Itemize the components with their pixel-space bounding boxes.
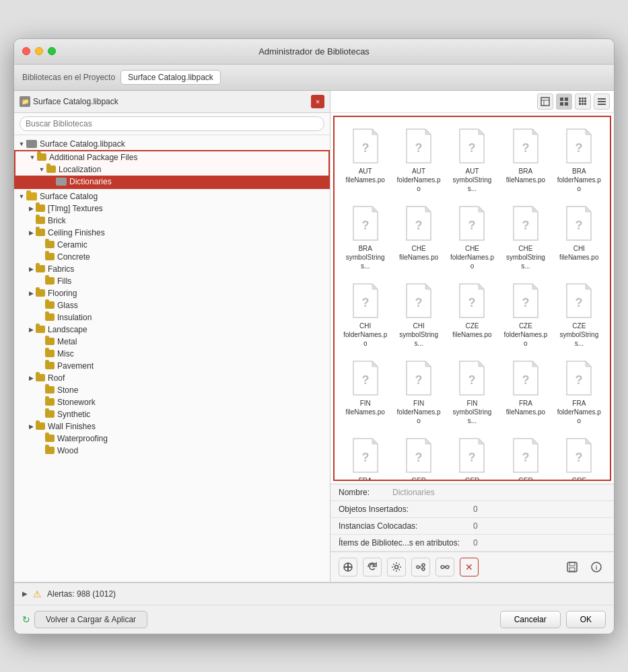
- tree-item-stonework[interactable]: Stonework: [14, 396, 330, 408]
- svg-rect-16: [598, 98, 606, 100]
- add-component-icon[interactable]: [339, 558, 357, 576]
- delete-icon[interactable]: ✕: [460, 558, 479, 576]
- file-item[interactable]: ? FRA fileNames.po: [500, 354, 551, 429]
- tree-item-waterproofing[interactable]: Waterproofing: [14, 433, 330, 445]
- file-item[interactable]: ? FIN fileNames.po: [340, 354, 390, 429]
- list-view-button[interactable]: [556, 94, 572, 110]
- tree-item-synthetic[interactable]: Synthetic: [14, 408, 330, 420]
- file-name: CHI symbolStrings...: [396, 322, 441, 348]
- tree-item-dictionaries[interactable]: Dictionaries: [14, 176, 330, 189]
- file-item[interactable]: ? AUT folderNames.po: [393, 122, 444, 197]
- file-item[interactable]: ? GER folderNames.po: [447, 432, 497, 481]
- tree-item-concrete[interactable]: Concrete: [14, 251, 330, 263]
- close-button[interactable]: [22, 47, 30, 55]
- refresh-icon[interactable]: [363, 558, 382, 576]
- link-icon[interactable]: [435, 558, 454, 576]
- tree-item-roof[interactable]: ▶ Roof: [14, 372, 330, 384]
- svg-text:?: ?: [361, 296, 369, 309]
- file-item[interactable]: ? CZE symbolStrings...: [554, 277, 604, 352]
- file-item[interactable]: ? CHE fileNames.po: [393, 200, 444, 274]
- tree-item-flooring[interactable]: ▶ Flooring: [14, 287, 330, 299]
- svg-marker-26: [479, 129, 484, 135]
- svg-marker-92: [586, 439, 591, 444]
- svg-text:?: ?: [522, 296, 529, 309]
- lib-expand-button[interactable]: ×: [311, 95, 324, 108]
- settings-icon[interactable]: [387, 558, 406, 576]
- titlebar: Administrador de Bibliotecas: [14, 39, 614, 65]
- catalog-button[interactable]: Surface Catalog.libpack: [120, 70, 221, 85]
- file-item[interactable]: ? GRE fileNames.po: [554, 432, 604, 481]
- svg-marker-50: [372, 284, 378, 289]
- tree-item-misc[interactable]: Misc: [14, 348, 330, 360]
- info-panel: Nombre: Dictionaries Objetos Insertados:…: [330, 484, 614, 582]
- reload-button[interactable]: Volver a Cargar & Aplicar: [34, 611, 147, 628]
- tree-item-surface-catalog-2[interactable]: ▼ Surface Catalog: [14, 190, 330, 202]
- tree-container[interactable]: ▼ Surface Catalog.libpack ▼ Additional P…: [14, 135, 330, 582]
- tree-item-metal[interactable]: Metal: [14, 336, 330, 348]
- search-input[interactable]: [20, 116, 324, 131]
- tree-label: Surface Catalog.libpack: [40, 139, 125, 149]
- reload-icon: ↻: [22, 614, 30, 625]
- file-item[interactable]: ? CZE folderNames.po: [500, 277, 551, 352]
- tree-item-wall-finishes[interactable]: ▶ Wall Finishes: [14, 420, 330, 433]
- file-name: FIN symbolStrings...: [450, 399, 495, 425]
- detail-view-button[interactable]: [594, 94, 610, 110]
- file-item[interactable]: ? FRA folderNames.po: [554, 354, 604, 429]
- svg-point-148: [422, 568, 425, 570]
- tree-item-landscape[interactable]: ▶ Landscape: [14, 324, 330, 336]
- ok-button[interactable]: OK: [566, 611, 606, 628]
- tree-item-insulation[interactable]: Insulation: [14, 311, 330, 324]
- file-item[interactable]: ? FIN symbolStrings...: [447, 354, 497, 429]
- file-item[interactable]: ? BRA symbolStrings...: [340, 200, 390, 274]
- tree-item-glass[interactable]: Glass: [14, 299, 330, 311]
- tree-label: Pavement: [57, 361, 94, 371]
- file-item[interactable]: ? FRA symbolStrings...: [340, 432, 390, 481]
- file-item[interactable]: ? FIN folderNames.po: [393, 354, 444, 429]
- tree-item-localization[interactable]: ▼ Localization: [14, 163, 330, 176]
- file-item[interactable]: ? CHE symbolStrings...: [500, 200, 551, 274]
- file-item[interactable]: ? CZE fileNames.po: [447, 277, 497, 352]
- right-panel: ? AUT fileNames.po ? AUT folderNames.po …: [330, 91, 614, 582]
- alerts-row[interactable]: ▶ ⚠ Alertas: 988 (1012): [14, 583, 614, 605]
- objetos-row: Objetos Insertados: 0: [330, 501, 614, 518]
- folder-icon: [45, 277, 55, 285]
- tree-item-fabrics[interactable]: ▶ Fabrics: [14, 263, 330, 275]
- file-item[interactable]: ? CHI symbolStrings...: [393, 277, 444, 352]
- grid-view-button[interactable]: [575, 94, 591, 110]
- file-item[interactable]: ? BRA fileNames.po: [500, 122, 551, 197]
- tree-label: [Tlmg] Textures: [48, 204, 103, 213]
- left-panel: 📁 Surface Catalog.libpack × ▼ Surface Ca…: [14, 91, 330, 582]
- save-icon[interactable]: [563, 558, 582, 576]
- cancel-button[interactable]: Cancelar: [500, 611, 561, 628]
- file-item[interactable]: ? CHI folderNames.po: [340, 277, 390, 352]
- tree-item-fills[interactable]: Fills: [14, 275, 330, 287]
- folder-view-button[interactable]: [537, 94, 553, 110]
- tree-item-additional-pkg[interactable]: ▼ Additional Package Files: [14, 150, 330, 163]
- file-item[interactable]: ? AUT symbolStrings...: [447, 122, 497, 197]
- file-item[interactable]: ? CHI fileNames.po: [554, 200, 604, 274]
- file-item[interactable]: ? AUT fileNames.po: [340, 122, 390, 197]
- tree-item-brick[interactable]: Brick: [14, 215, 330, 227]
- file-item[interactable]: ? GER fileNames.po: [393, 432, 444, 481]
- tree-item-pavement[interactable]: Pavement: [14, 360, 330, 372]
- minimize-button[interactable]: [35, 47, 43, 55]
- tree-item-surface-catalog[interactable]: ▼ Surface Catalog.libpack: [14, 138, 330, 150]
- svg-text:?: ?: [361, 141, 369, 155]
- tree-item-stone[interactable]: Stone: [14, 384, 330, 396]
- file-grid[interactable]: ? AUT fileNames.po ? AUT folderNames.po …: [333, 116, 611, 481]
- folder-icon: [36, 326, 45, 333]
- tree-item-wood[interactable]: Wood: [14, 445, 330, 457]
- tree-item-ceramic[interactable]: Ceramic: [14, 239, 330, 251]
- group-icon[interactable]: [411, 558, 430, 576]
- lib-folder-icon: [26, 140, 37, 148]
- file-item[interactable]: ? CHE folderNames.po: [447, 200, 497, 274]
- info-icon[interactable]: i: [587, 558, 606, 576]
- folder-icon: [45, 241, 55, 248]
- tree-item-textures[interactable]: ▶ [Tlmg] Textures: [14, 202, 330, 215]
- maximize-button[interactable]: [48, 47, 56, 55]
- tree-item-ceiling[interactable]: ▶ Ceiling Finishes: [14, 227, 330, 239]
- objetos-label: Objetos Insertados:: [339, 505, 473, 514]
- file-item[interactable]: ? BRA folderNames.po: [554, 122, 604, 197]
- file-item[interactable]: ? GER symbolStrings...: [500, 432, 551, 481]
- folder-icon: [36, 374, 45, 381]
